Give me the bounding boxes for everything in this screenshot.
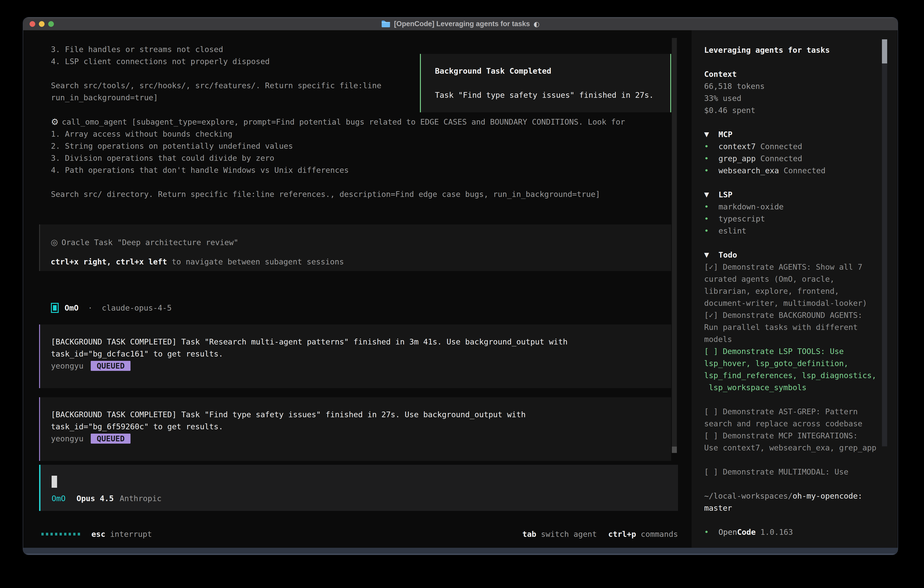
todo-item-line: Use context7, websearch_exa, grep_app <box>704 441 884 454</box>
context-used: 33% used <box>704 92 884 104</box>
separator-dot <box>78 303 88 312</box>
input-provider-label: Anthropic <box>120 494 162 503</box>
todo-item-line <box>704 454 884 466</box>
brand-open: Open <box>718 527 737 537</box>
status-dot-icon: • <box>704 226 718 235</box>
chat-text-line: run_in_background=true] <box>51 91 381 104</box>
tab-key-hint: tab <box>522 530 536 538</box>
window-title: [OpenCode] Leveraging agents for tasks ◐ <box>23 18 898 30</box>
session-title: Leveraging agents for tasks <box>704 44 884 56</box>
chat-text-line: Search src/tools/, src/hooks/, src/featu… <box>51 79 381 91</box>
oracle-hint-text: to navigate between subagent sessions <box>167 257 344 266</box>
tab-key-label: switch agent <box>536 530 597 538</box>
oracle-task-box: ◎ Oracle Task "Deep architecture review"… <box>39 225 671 271</box>
status-dot-icon: • <box>704 527 718 537</box>
oracle-task-title: Oracle Task "Deep architecture review" <box>61 238 238 247</box>
queued-badge: QUEUED <box>91 361 130 371</box>
agent-model: claude-opus-4-5 <box>102 303 172 312</box>
tool-call-item: 3. Division operations that could divide… <box>51 152 625 164</box>
mcp-section-header[interactable]: ▼ MCP <box>704 128 884 140</box>
task-line: task_id="bg_6f59260c" to get results. <box>51 420 671 433</box>
input-model-label: Opus 4.5 <box>76 494 114 503</box>
ctrlp-key-label: commands <box>636 530 678 538</box>
window-title-text: [OpenCode] Leveraging agents for tasks <box>394 20 530 28</box>
todo-item-line: [ ] Demonstrate MCP INTEGRATIONS: <box>704 429 884 441</box>
chat-scrollback: 3. File handles or streams not closed 4.… <box>51 43 381 104</box>
esc-key-hint: esc <box>91 530 105 538</box>
version-number: 1.0.163 <box>756 527 793 537</box>
text-cursor <box>52 476 57 488</box>
oracle-hint-keys: ctrl+x right, ctrl+x left <box>51 257 167 266</box>
mcp-item: • context7 Connected <box>704 140 884 152</box>
tool-call-footer: Search src/ directory. Return specific f… <box>51 188 625 200</box>
todo-item-line: [✓] Demonstrate BACKGROUND AGENTS: <box>704 309 884 321</box>
tool-call-item: 4. Path operations that don't handle Win… <box>51 164 625 176</box>
lsp-section-header[interactable]: ▼ LSP <box>704 188 884 201</box>
task-user: yeongyu <box>51 434 83 443</box>
agent-name: OmO <box>64 303 78 312</box>
todo-item-line <box>704 393 884 405</box>
mcp-status: Connected <box>779 166 825 175</box>
sidebar-scrollbar-thumb[interactable] <box>882 39 887 63</box>
workspace-path: ~/local-workspaces/ oh-my-opencode: <box>704 490 884 502</box>
todo-item-line: lsp_workspace_symbols <box>704 381 884 393</box>
prompt-input[interactable]: OmO Opus 4.5 Anthropic <box>39 465 678 511</box>
mcp-heading: MCP <box>718 130 733 139</box>
todo-item-line: lsp_find_references, lsp_diagnostics, <box>704 369 884 381</box>
chat-text-line: 4. LSP client connections not properly d… <box>51 55 381 67</box>
lsp-item: • typescript <box>704 213 884 225</box>
background-task-message: [BACKGROUND TASK COMPLETED] Task "Resear… <box>39 324 671 388</box>
tool-call-line: call_omo_agent [subagent_type=explore, p… <box>62 117 625 126</box>
queued-badge: QUEUED <box>91 434 130 444</box>
status-dot-icon: • <box>704 142 718 151</box>
toast-body: Task "Find type safety issues" finished … <box>435 89 670 101</box>
todo-item-line: [ ] Demonstrate LSP TOOLS: Use <box>704 345 884 357</box>
tool-call-item: 2. String operations on potentially unde… <box>51 140 625 152</box>
chevron-down-icon: ▼ <box>704 251 718 259</box>
status-dot-icon: • <box>704 166 718 175</box>
workspace-branch: master <box>704 502 884 514</box>
sidebar-scrollbar[interactable] <box>882 39 887 446</box>
sidebar: Leveraging agents for tasks Context 66,5… <box>691 30 897 549</box>
task-line: [BACKGROUND TASK COMPLETED] Task "Find t… <box>51 408 671 420</box>
context-heading: Context <box>704 68 884 80</box>
task-user: yeongyu <box>51 361 83 370</box>
status-dot-icon: • <box>704 214 718 223</box>
todo-item-line: Run parallel tasks with different <box>704 321 884 333</box>
todo-heading: Todo <box>718 250 737 259</box>
chevron-down-icon: ▼ <box>704 191 718 198</box>
task-line: task_id="bg_dcfac161" to get results. <box>51 348 671 360</box>
chat-scrollbar[interactable] <box>672 38 677 453</box>
mcp-item: • grep_app Connected <box>704 152 884 164</box>
todo-item-line: [ ] Demonstrate MULTIMODAL: Use <box>704 466 884 478</box>
background-task-toast: Background Task Completed Task "Find typ… <box>420 54 671 112</box>
task-line: [BACKGROUND TASK COMPLETED] Task "Resear… <box>51 335 671 348</box>
bullseye-icon: ◎ <box>51 238 58 247</box>
version-line: • Open Code 1.0.163 <box>704 526 884 538</box>
terminal-window: [OpenCode] Leveraging agents for tasks ◐… <box>23 17 898 555</box>
todo-section-header[interactable]: ▼ Todo <box>704 249 884 261</box>
status-dot-icon: • <box>704 202 718 211</box>
tool-call-item: 1. Array access without bounds checking <box>51 128 625 140</box>
status-dot-icon: • <box>704 154 718 163</box>
busy-indicator-icon: ◐ <box>534 20 540 28</box>
gear-icon: ⚙ <box>51 117 59 127</box>
background-task-message: [BACKGROUND TASK COMPLETED] Task "Find t… <box>39 397 671 461</box>
todo-item-line: [✓] Demonstrate AGENTS: Show all 7 <box>704 261 884 273</box>
mcp-item: • websearch_exa Connected <box>704 164 884 177</box>
esc-key-label: interrupt <box>105 530 152 538</box>
window-bottom-edge <box>23 548 898 555</box>
status-bar: esc interrupt tab switch agent ctrl+p co… <box>39 528 678 540</box>
agent-header: OmO · claude-opus-4-5 <box>51 302 172 314</box>
context-spent: $0.46 spent <box>704 104 884 116</box>
mcp-status: Connected <box>756 142 802 151</box>
todo-item-line: curated agents (OmO, oracle, <box>704 273 884 285</box>
input-agent-label: OmO <box>52 494 66 503</box>
desktop: { "colors": { "accent_cyan": "#27d3d3", … <box>0 0 924 588</box>
chat-scrollbar-thumb[interactable] <box>672 447 677 453</box>
lsp-item: • markdown-oxide <box>704 201 884 213</box>
lsp-heading: LSP <box>718 190 733 199</box>
todo-item-line: document-writer, multimodal-looker) <box>704 297 884 309</box>
agent-separator: · <box>88 303 92 312</box>
chat-text-line <box>51 67 381 79</box>
